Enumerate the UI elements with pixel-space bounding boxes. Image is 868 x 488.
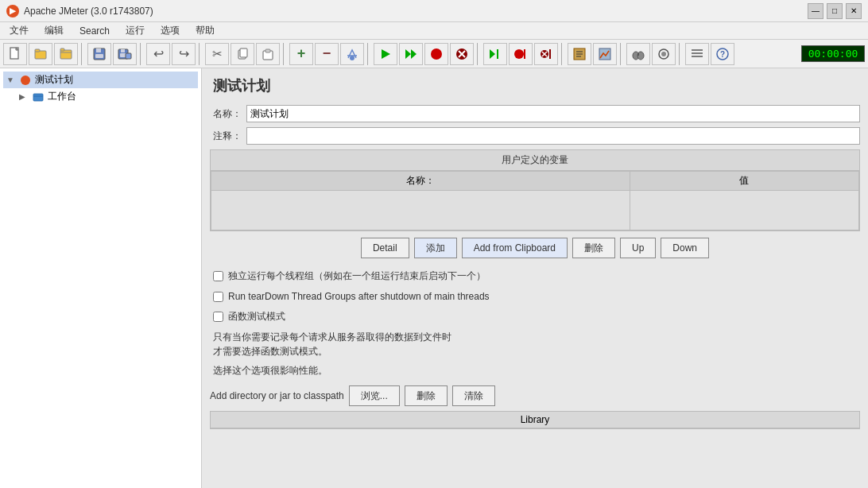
variables-header: 用户定义的变量 — [211, 150, 859, 171]
svg-point-42 — [661, 52, 666, 56]
clear-toolbar-button[interactable] — [340, 43, 364, 65]
paste-button[interactable] — [256, 43, 280, 65]
svg-marker-20 — [411, 49, 417, 59]
down-button[interactable]: Down — [661, 238, 709, 258]
classpath-clear-button[interactable]: 清除 — [452, 385, 495, 406]
window-controls[interactable]: — □ ✕ — [808, 3, 862, 19]
name-label: 名称： — [210, 107, 242, 121]
buttons-row: Detail 添加 Add from Clipboard 删除 Up Down — [210, 238, 860, 258]
stop-force-button[interactable] — [450, 43, 474, 65]
filter-button[interactable] — [652, 43, 676, 65]
menu-edit[interactable]: 编辑 — [38, 22, 70, 39]
svg-rect-12 — [126, 53, 131, 59]
toolbar: ↩ ↪ ✂ + − — [0, 40, 868, 68]
svg-rect-40 — [637, 53, 639, 56]
minimize-button[interactable]: — — [808, 3, 823, 19]
classpath-label: Add directory or jar to classpath — [210, 390, 344, 401]
classpath-delete-button[interactable]: 删除 — [405, 385, 448, 406]
toolbar-sep-7 — [561, 43, 564, 65]
svg-point-48 — [21, 76, 30, 85]
col-value: 值 — [630, 172, 858, 191]
menu-search[interactable]: Search — [73, 24, 116, 38]
collapse-all-button[interactable] — [685, 43, 709, 65]
app-icon: ▶ — [6, 5, 19, 17]
svg-rect-8 — [95, 54, 103, 58]
add-toolbar-button[interactable]: + — [289, 43, 313, 65]
save-button[interactable] — [87, 43, 111, 65]
checkbox1[interactable] — [213, 271, 223, 281]
test-plan-icon — [19, 74, 32, 87]
run-no-pause-button[interactable] — [399, 43, 423, 65]
timer-display: 00:00:00 — [801, 45, 865, 62]
run-remote-button[interactable] — [483, 43, 507, 65]
add-button[interactable]: 添加 — [414, 238, 457, 258]
checkbox2-row: Run tearDown Thread Groups after shutdow… — [210, 289, 860, 304]
help-button[interactable]: ? — [711, 43, 734, 65]
svg-rect-3 — [60, 50, 72, 59]
tree-item-workbench[interactable]: ▶ 工作台 — [3, 88, 198, 105]
checkbox1-label: 独立运行每个线程组（例如在一个组运行结束后启动下一个） — [228, 269, 486, 283]
col-name: 名称： — [211, 172, 630, 191]
detail-button[interactable]: Detail — [361, 238, 409, 258]
checkbox2[interactable] — [213, 292, 223, 302]
variables-section: 用户定义的变量 名称： 值 — [210, 149, 860, 231]
library-header: Library — [211, 412, 859, 428]
toolbar-sep-6 — [477, 43, 480, 65]
menu-options[interactable]: 选项 — [154, 22, 186, 39]
view-graph-button[interactable] — [593, 43, 617, 65]
desc-text-1: 只有当你需要记录每个请求从服务器取得的数据到文件时 才需要选择函数测试模式。 — [210, 330, 860, 358]
svg-point-17 — [350, 56, 355, 60]
comment-input[interactable] — [246, 127, 860, 145]
binoculars-button[interactable] — [626, 43, 650, 65]
menu-help[interactable]: 帮助 — [189, 22, 221, 39]
remove-toolbar-button[interactable]: − — [315, 43, 339, 65]
close-button[interactable]: ✕ — [846, 3, 862, 19]
open-recent-button[interactable] — [54, 43, 78, 65]
stop-remote-force-button[interactable] — [534, 43, 558, 65]
maximize-button[interactable]: □ — [827, 3, 843, 19]
stop-remote-button[interactable] — [509, 43, 533, 65]
svg-marker-25 — [490, 49, 495, 59]
toolbar-sep-2 — [140, 43, 143, 65]
new-button[interactable] — [3, 43, 27, 65]
stop-button[interactable] — [424, 43, 448, 65]
svg-rect-16 — [265, 49, 270, 52]
svg-rect-10 — [121, 49, 125, 52]
copy-button[interactable] — [231, 43, 254, 65]
expand-icon: ▼ — [6, 76, 16, 84]
checkbox2-label: Run tearDown Thread Groups after shutdow… — [228, 291, 490, 302]
browse-button[interactable]: 浏览... — [349, 385, 400, 406]
desc-line-3: 选择这个选项很影响性能。 — [213, 365, 327, 376]
checkbox3[interactable] — [213, 312, 223, 322]
variables-empty-row — [211, 191, 859, 230]
name-input[interactable] — [246, 105, 860, 122]
classpath-row: Add directory or jar to classpath 浏览... … — [210, 385, 860, 406]
comment-label: 注释： — [210, 130, 242, 143]
up-button[interactable]: Up — [620, 238, 656, 258]
svg-point-21 — [431, 48, 442, 60]
redo-button[interactable]: ↪ — [172, 43, 196, 65]
view-results-tree-button[interactable] — [568, 43, 591, 65]
run-button[interactable] — [374, 43, 397, 65]
svg-rect-49 — [33, 94, 43, 101]
checkbox3-label: 函数测试模式 — [228, 310, 285, 323]
undo-button[interactable]: ↩ — [146, 43, 170, 65]
svg-rect-2 — [35, 49, 40, 52]
save-as-button[interactable] — [113, 43, 137, 65]
toolbar-sep-9 — [679, 43, 682, 65]
name-row: 名称： — [210, 105, 860, 122]
svg-marker-19 — [405, 49, 411, 59]
add-from-clipboard-button[interactable]: Add from Clipboard — [462, 238, 568, 258]
title-bar-left: ▶ Apache JMeter (3.0 r1743807) — [6, 5, 153, 17]
classpath-table: Library — [210, 411, 860, 429]
svg-rect-4 — [60, 48, 64, 51]
tree-item-test-plan[interactable]: ▼ 测试计划 — [3, 72, 198, 88]
desc-line-1: 只有当你需要记录每个请求从服务器取得的数据到文件时 — [213, 331, 451, 343]
right-panel-inner: 测试计划 名称： 注释： 用户定义的变量 名称： 值 — [210, 76, 860, 429]
delete-button[interactable]: 删除 — [572, 238, 615, 258]
menu-run[interactable]: 运行 — [119, 22, 151, 39]
open-button[interactable] — [29, 43, 52, 65]
menu-bar: 文件 编辑 Search 运行 选项 帮助 — [0, 22, 868, 40]
cut-button[interactable]: ✂ — [205, 43, 229, 65]
menu-file[interactable]: 文件 — [3, 22, 35, 39]
